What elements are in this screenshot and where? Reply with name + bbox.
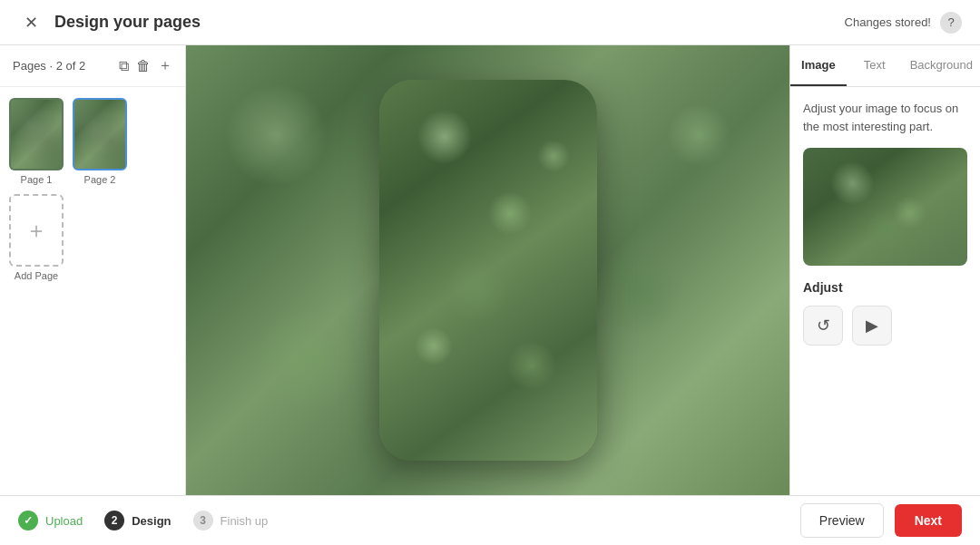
adjust-undo-button[interactable]: ↺ <box>803 306 843 345</box>
image-preview <box>803 148 967 266</box>
right-tabs: Image Text Background <box>790 45 980 87</box>
check-icon: ✓ <box>24 514 33 527</box>
next-button[interactable]: Next <box>895 504 962 537</box>
close-button[interactable]: ✕ <box>18 10 44 35</box>
add-icon[interactable]: ＋ <box>158 56 172 75</box>
pages-header: Pages · 2 of 2 ⧉ 🗑 ＋ <box>0 45 185 87</box>
undo-icon: ↺ <box>817 316 830 336</box>
page-thumb-label-2: Page 2 <box>84 174 116 185</box>
preview-button[interactable]: Preview <box>800 503 884 538</box>
step-upload: ✓ Upload <box>18 511 83 530</box>
right-panel-content: Adjust your image to focus on the most i… <box>790 87 980 495</box>
help-button[interactable]: ? <box>940 12 962 34</box>
play-icon: ▶ <box>866 316 878 336</box>
step-finish: 3 Finish up <box>193 511 269 530</box>
step-design: 2 Design <box>104 511 171 530</box>
adjust-section-title: Adjust <box>803 280 967 295</box>
tab-image[interactable]: Image <box>790 45 847 86</box>
page-thumb-label-1: Page 1 <box>21 174 53 185</box>
step-upload-number: ✓ <box>18 511 38 530</box>
main-area: Pages · 2 of 2 ⧉ 🗑 ＋ Page 1 Page 2 <box>0 45 980 495</box>
step-finish-number: 3 <box>193 511 213 530</box>
step-design-number: 2 <box>104 511 124 530</box>
pages-header-icons: ⧉ 🗑 ＋ <box>119 56 172 75</box>
page-thumb-2[interactable]: Page 2 <box>73 98 127 185</box>
phone-frame <box>379 80 597 461</box>
steps: ✓ Upload 2 Design 3 Finish up <box>18 511 268 530</box>
page-thumb-1[interactable]: Page 1 <box>9 98 64 185</box>
tab-background[interactable]: Background <box>903 45 980 86</box>
step-upload-label: Upload <box>45 514 83 528</box>
adjust-description: Adjust your image to focus on the most i… <box>803 100 967 135</box>
add-page-label: Add Page <box>15 270 58 281</box>
add-page-button[interactable]: ＋ Add Page <box>9 194 64 281</box>
header-right: Changes stored! ? <box>845 12 962 34</box>
bottom-right: Preview Next <box>800 503 962 538</box>
canvas-area <box>186 45 789 495</box>
right-panel: Image Text Background Adjust your image … <box>789 45 980 495</box>
duplicate-icon[interactable]: ⧉ <box>119 58 129 74</box>
left-panel: Pages · 2 of 2 ⧉ 🗑 ＋ Page 1 Page 2 <box>0 45 186 495</box>
pages-count-label: Pages · 2 of 2 <box>13 59 85 73</box>
pages-list: Page 1 Page 2 ＋ Add Page <box>0 87 185 292</box>
tab-text[interactable]: Text <box>847 45 903 86</box>
add-page-box: ＋ <box>9 194 64 267</box>
changes-stored-label: Changes stored! <box>845 15 931 29</box>
image-preview-visual <box>803 148 967 266</box>
header-left: ✕ Design your pages <box>18 10 201 35</box>
header: ✕ Design your pages Changes stored! ? <box>0 0 980 45</box>
step-finish-label: Finish up <box>220 514 269 528</box>
adjust-controls: ↺ ▶ <box>803 306 967 345</box>
step-design-label: Design <box>132 514 171 528</box>
page-thumb-image-2 <box>73 98 127 170</box>
bottom-bar: ✓ Upload 2 Design 3 Finish up Preview Ne… <box>0 495 980 545</box>
delete-icon[interactable]: 🗑 <box>136 58 151 74</box>
page-title: Design your pages <box>54 13 201 32</box>
page-thumb-image-1 <box>9 98 64 170</box>
phone-inner <box>379 80 597 461</box>
adjust-play-button[interactable]: ▶ <box>852 306 892 345</box>
